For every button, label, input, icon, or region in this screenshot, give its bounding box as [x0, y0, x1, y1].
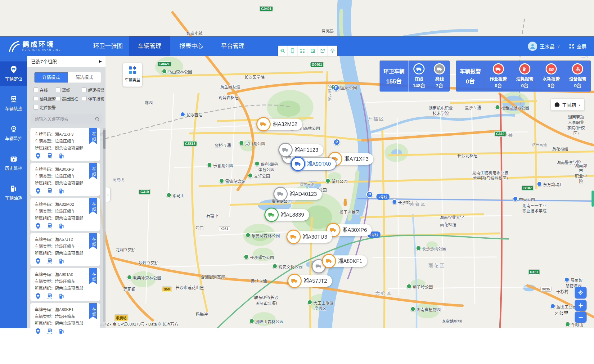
map-place-label: 长沙市莲花山庄 — [175, 285, 204, 290]
fuel-record-icon[interactable] — [58, 258, 65, 264]
filter-checkbox[interactable]: 定位报警 — [34, 104, 56, 110]
map-scrollbar-fragment — [592, 191, 594, 207]
fuel-record-icon[interactable] — [58, 153, 65, 159]
mode-tab[interactable]: 简洁模式 — [68, 72, 101, 83]
user-name: 王水晶 — [540, 43, 555, 50]
menu-item[interactable]: 环卫一张图 — [87, 36, 129, 56]
locate-vehicle-icon[interactable] — [35, 223, 41, 229]
list-scrollbar-thumb[interactable] — [103, 130, 106, 149]
panel-collapse-button[interactable]: ‹ — [106, 187, 110, 202]
locate-vehicle-icon[interactable] — [35, 258, 41, 264]
locate-vehicle-icon[interactable] — [35, 153, 41, 159]
settings-gear-icon[interactable] — [328, 46, 337, 56]
map-place-label: 狮峰山森林公园 — [249, 318, 283, 325]
vehicle-marker[interactable]: 湘A32M02 — [256, 118, 302, 131]
menu-item[interactable]: 报表中心 — [170, 36, 212, 56]
mode-tab[interactable]: 详情模式 — [34, 72, 68, 83]
zoom-search-icon[interactable] — [278, 46, 288, 56]
vehicle-marker[interactable]: 湘A57JT2 — [287, 274, 332, 287]
poi-dot-icon — [495, 105, 500, 110]
vehicle-card[interactable]: 车牌号码：湘A71XF3 车辆类型：垃圾压缩车 所属组织：厨余垃圾项目部 在线 — [30, 128, 100, 161]
checkbox-icon[interactable] — [34, 88, 38, 92]
vehicle-org-line: 所属组织：厨余垃圾项目部 — [35, 215, 96, 222]
vehicle-type-button[interactable]: 车辆类型 — [123, 63, 142, 87]
road-shield-badge: 2号线 — [376, 194, 389, 200]
user-menu[interactable]: 王水晶 ∨ — [528, 42, 560, 51]
fuel-record-icon[interactable] — [58, 223, 65, 229]
filter-checkbox[interactable]: 超速报警 — [82, 87, 106, 93]
poi-dot-icon — [166, 192, 171, 198]
filter-checkbox[interactable]: 油耗报警 — [34, 96, 56, 101]
save-icon[interactable] — [308, 46, 318, 56]
fullscreen-button[interactable]: 全屏 — [569, 43, 587, 50]
map-place-label: 芙蓉区 — [409, 201, 426, 207]
map-place-label: 干杉村 — [556, 289, 568, 294]
track-vehicle-icon[interactable] — [47, 188, 53, 194]
checkbox-icon[interactable] — [82, 88, 87, 92]
org-selector[interactable]: 已选7个组织 ▶ — [27, 56, 106, 67]
sidebar-item[interactable]: 车辆定位 — [0, 61, 27, 86]
vehicle-marker[interactable]: 湘A30XP6 — [326, 223, 372, 236]
org-expand-icon[interactable]: ▶ — [99, 59, 102, 63]
list-scrollbar-track[interactable] — [103, 128, 106, 322]
road-shield-badge: X081 — [219, 226, 230, 231]
vehicle-marker[interactable]: 湘A30TU3 — [286, 230, 332, 243]
road-shield-badge: P — [333, 139, 340, 146]
checkbox-icon[interactable] — [34, 96, 38, 101]
track-vehicle-icon[interactable] — [47, 293, 53, 299]
vehicle-card[interactable]: 车牌号码：湘A80KF1 车辆类型：垃圾压缩车 所属组织：厨余垃圾项目部 在线 — [30, 303, 100, 336]
track-vehicle-icon[interactable] — [47, 153, 53, 159]
filter-checkbox[interactable]: 停车报警 — [82, 96, 106, 101]
expand-icon[interactable] — [298, 46, 308, 56]
checkbox-icon[interactable] — [56, 96, 61, 101]
menu-item[interactable]: 车辆管理 — [129, 36, 170, 56]
sidebar-item[interactable]: 历史监控 — [0, 151, 27, 175]
fuel-record-icon[interactable] — [58, 293, 65, 299]
zoom-in-button[interactable]: + — [575, 300, 587, 311]
vehicle-type-line: 车辆类型：垃圾压缩车 — [35, 173, 96, 180]
filter-checkbox[interactable]: 超出围栏 — [56, 96, 82, 101]
vehicle-card[interactable]: 车牌号码：湘A30XP6 车辆类型：垃圾压缩车 所属组织：厨余垃圾项目部 在线 — [30, 163, 100, 196]
camera-icon — [10, 125, 18, 133]
menu-item[interactable]: 平台管理 — [212, 36, 254, 56]
vehicle-marker[interactable]: 湘AD40123 — [273, 187, 322, 200]
locate-vehicle-icon[interactable] — [35, 293, 41, 299]
mobile-view-icon[interactable] — [288, 46, 298, 56]
zoom-out-button[interactable]: − — [575, 312, 587, 323]
vehicle-marker[interactable]: 湘AL8839 — [264, 208, 309, 221]
road-shield-badge: G5513 — [183, 141, 197, 146]
filter-checkbox[interactable]: 离线 — [56, 87, 82, 93]
fuel-record-icon[interactable] — [58, 188, 65, 194]
vehicle-marker[interactable]: 湘AF1523 — [278, 143, 323, 156]
vehicle-card[interactable]: 车牌号码：湘A90TA0 车辆类型：垃圾压缩车 所属组织：厨余垃圾项目部 在线 — [30, 268, 100, 301]
locate-vehicle-icon[interactable] — [35, 328, 41, 335]
fuel-record-icon[interactable] — [58, 328, 65, 335]
sidebar-item[interactable]: 车辆轨迹 — [0, 91, 27, 115]
vehicle-card[interactable]: 车牌号码：湘A57JT2 车辆类型：垃圾压缩车 所属组织：厨余垃圾项目部 在线 — [30, 233, 100, 266]
map-place-label: 保利·麓谷 体育公园 — [254, 161, 278, 173]
sidebar-item[interactable]: 车辆监控 — [0, 121, 27, 145]
toolbox-button[interactable]: 工具箱 ∨ — [551, 99, 584, 110]
checkbox-icon[interactable] — [56, 88, 61, 92]
share-icon[interactable] — [318, 46, 328, 56]
vehicle-marker[interactable]: 湘A80KF1 — [322, 254, 367, 267]
map-place-label: 含浦街道瓦屋 — [201, 275, 225, 280]
online-stat: 在线 148台 — [409, 61, 429, 92]
track-vehicle-icon[interactable] — [47, 328, 53, 335]
map-place-label: 大王山旅游 度假区 — [307, 300, 333, 311]
track-vehicle-icon[interactable] — [47, 258, 53, 264]
track-vehicle-icon[interactable] — [47, 223, 53, 229]
locate-vehicle-icon[interactable] — [35, 188, 41, 194]
locate-button[interactable] — [575, 287, 587, 299]
map-place-label: 枫林三路 — [299, 182, 314, 187]
filter-checkbox[interactable]: 在线 — [34, 87, 56, 93]
sidebar-item[interactable]: 车辆油耗 — [0, 181, 27, 205]
vehicle-card[interactable]: 车牌号码：湘A32M02 车辆类型：垃圾压缩车 所属组织：厨余垃圾项目部 在线 — [30, 198, 100, 231]
map-place-label: 勾门 — [196, 226, 204, 231]
search-icon[interactable] — [95, 116, 100, 122]
vehicle-marker[interactable]: 湘A90TA0 — [291, 157, 336, 170]
checkbox-icon[interactable] — [82, 96, 87, 101]
checkbox-icon[interactable] — [34, 105, 38, 110]
offline-truck-icon — [434, 63, 445, 74]
search-input[interactable] — [34, 116, 95, 122]
